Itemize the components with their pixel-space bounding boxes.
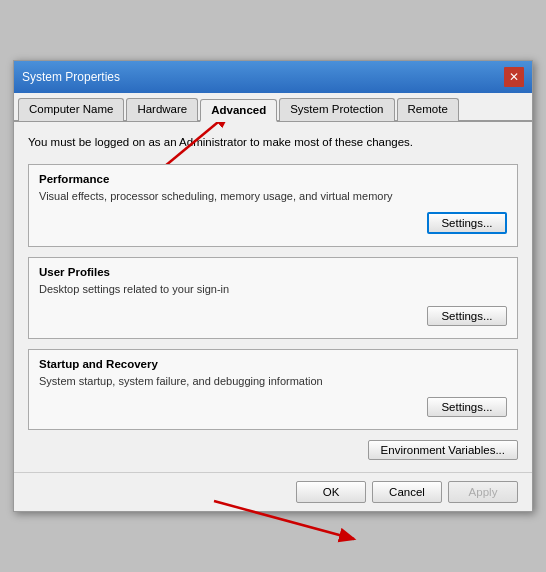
tab-computer-name[interactable]: Computer Name	[18, 98, 124, 121]
startup-recovery-settings-button[interactable]: Settings...	[427, 397, 507, 417]
close-button[interactable]: ✕	[504, 67, 524, 87]
user-profiles-settings-button[interactable]: Settings...	[427, 306, 507, 326]
ok-button[interactable]: OK	[296, 481, 366, 503]
tab-advanced[interactable]: Advanced	[200, 99, 277, 122]
performance-section: Performance Visual effects, processor sc…	[28, 164, 518, 247]
tab-bar: Computer Name Hardware Advanced System P…	[14, 93, 532, 122]
user-profiles-description: Desktop settings related to your sign-in	[39, 282, 507, 297]
apply-button[interactable]: Apply	[448, 481, 518, 503]
tab-system-protection[interactable]: System Protection	[279, 98, 394, 121]
user-profiles-section: User Profiles Desktop settings related t…	[28, 257, 518, 338]
title-bar: System Properties ✕	[14, 61, 532, 93]
tab-hardware[interactable]: Hardware	[126, 98, 198, 121]
env-variables-row: Environment Variables...	[28, 440, 518, 460]
performance-settings-button[interactable]: Settings...	[427, 212, 507, 234]
performance-title: Performance	[39, 173, 507, 185]
footer: OK Cancel Apply	[14, 472, 532, 511]
environment-variables-button[interactable]: Environment Variables...	[368, 440, 518, 460]
user-profiles-title: User Profiles	[39, 266, 507, 278]
cancel-button[interactable]: Cancel	[372, 481, 442, 503]
tab-content: You must be logged on as an Administrato…	[14, 122, 532, 472]
system-properties-window: System Properties ✕ Computer Name Hardwa…	[13, 60, 533, 512]
startup-recovery-title: Startup and Recovery	[39, 358, 507, 370]
performance-description: Visual effects, processor scheduling, me…	[39, 189, 507, 204]
info-text: You must be logged on as an Administrato…	[28, 134, 518, 150]
startup-recovery-section: Startup and Recovery System startup, sys…	[28, 349, 518, 430]
startup-recovery-description: System startup, system failure, and debu…	[39, 374, 507, 389]
window-title: System Properties	[22, 70, 120, 84]
tab-remote[interactable]: Remote	[397, 98, 459, 121]
